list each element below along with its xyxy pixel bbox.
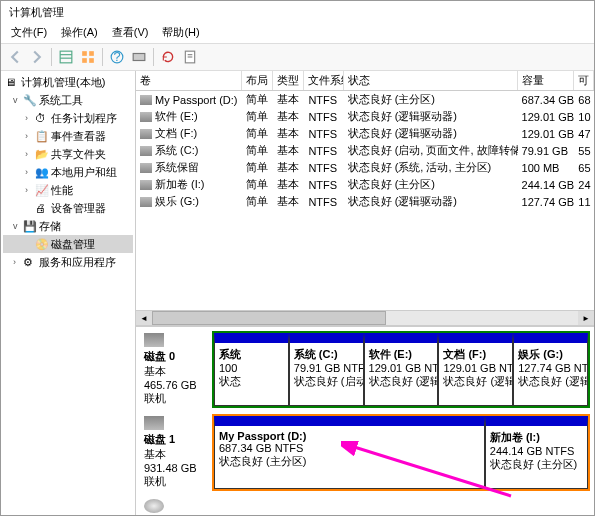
svg-rect-5 xyxy=(82,51,87,56)
toolbar: ? xyxy=(1,43,594,71)
computer-icon: 🖥 xyxy=(5,76,19,88)
svg-text:?: ? xyxy=(113,50,120,64)
menubar: 文件(F) 操作(A) 查看(V) 帮助(H) xyxy=(1,23,594,43)
table-row[interactable]: 系统保留简单基本NTFS状态良好 (系统, 活动, 主分区)100 MB65 xyxy=(136,159,594,176)
hdd-icon xyxy=(144,416,164,430)
menu-view[interactable]: 查看(V) xyxy=(106,23,155,43)
cd-icon xyxy=(144,499,164,513)
svg-rect-8 xyxy=(89,58,94,63)
disk-1-partitions: My Passport (D:)687.34 GB NTFS状态良好 (主分区)… xyxy=(212,414,590,491)
window-title: 计算机管理 xyxy=(9,5,64,20)
view-list-icon[interactable] xyxy=(56,47,76,67)
partition[interactable]: 软件 (E:)129.01 GB NT状态良好 (逻辑 xyxy=(364,333,439,406)
disk-0-partitions: 系统100状态系统 (C:)79.91 GB NTF状态良好 (启动软件 (E:… xyxy=(212,331,590,408)
volume-list: My Passport (D:)简单基本NTFS状态良好 (主分区)687.34… xyxy=(136,91,594,210)
users-icon: 👥 xyxy=(35,166,49,179)
perf-icon: 📈 xyxy=(35,184,49,197)
col-capacity[interactable]: 容量 xyxy=(518,71,575,90)
svg-rect-11 xyxy=(133,54,145,61)
forward-icon[interactable] xyxy=(27,47,47,67)
tree-shared[interactable]: ›📂共享文件夹 xyxy=(3,145,133,163)
disk-1-row[interactable]: 磁盘 1 基本 931.48 GB 联机 My Passport (D:)687… xyxy=(140,414,590,491)
tree-users[interactable]: ›👥本地用户和组 xyxy=(3,163,133,181)
content-pane: 卷 布局 类型 文件系统 状态 容量 可 My Passport (D:)简单基… xyxy=(136,71,594,515)
nav-tree: 🖥计算机管理(本地) v🔧系统工具 ›⏱任务计划程序 ›📋事件查看器 ›📂共享文… xyxy=(1,71,136,515)
tree-events[interactable]: ›📋事件查看器 xyxy=(3,127,133,145)
tree-root[interactable]: 🖥计算机管理(本地) xyxy=(3,73,133,91)
table-row[interactable]: 系统 (C:)简单基本NTFS状态良好 (启动, 页面文件, 故障转储, 主分区… xyxy=(136,142,594,159)
partition[interactable]: My Passport (D:)687.34 GB NTFS状态良好 (主分区) xyxy=(214,416,485,489)
tree-diskmgr[interactable]: 📀磁盘管理 xyxy=(3,235,133,253)
menu-action[interactable]: 操作(A) xyxy=(55,23,104,43)
col-fs[interactable]: 文件系统 xyxy=(304,71,343,90)
folder-icon: 📂 xyxy=(35,148,49,161)
disk-0-row[interactable]: 磁盘 0 基本 465.76 GB 联机 系统100状态系统 (C:)79.91… xyxy=(140,331,590,408)
props-icon[interactable] xyxy=(180,47,200,67)
tree-devmgr[interactable]: 🖨设备管理器 xyxy=(3,199,133,217)
partition[interactable]: 娱乐 (G:)127.74 GB NT状态良好 (逻辑 xyxy=(513,333,588,406)
partition[interactable]: 系统100状态 xyxy=(214,333,289,406)
tree-storage[interactable]: v💾存储 xyxy=(3,217,133,235)
col-status[interactable]: 状态 xyxy=(344,71,518,90)
back-icon[interactable] xyxy=(5,47,25,67)
view-detail-icon[interactable] xyxy=(78,47,98,67)
refresh-icon[interactable] xyxy=(158,47,178,67)
tree-perf[interactable]: ›📈性能 xyxy=(3,181,133,199)
volume-icon xyxy=(140,112,152,122)
disk-0-info: 磁盘 0 基本 465.76 GB 联机 xyxy=(140,331,212,408)
settings-icon[interactable] xyxy=(129,47,149,67)
col-volume[interactable]: 卷 xyxy=(136,71,242,90)
volume-list-header: 卷 布局 类型 文件系统 状态 容量 可 xyxy=(136,71,594,91)
scroll-left-icon[interactable]: ◄ xyxy=(136,311,152,325)
svg-rect-2 xyxy=(60,51,72,63)
col-layout[interactable]: 布局 xyxy=(242,71,273,90)
table-row[interactable]: 软件 (E:)简单基本NTFS状态良好 (逻辑驱动器)129.01 GB10 xyxy=(136,108,594,125)
disk-graph-pane: 磁盘 0 基本 465.76 GB 联机 系统100状态系统 (C:)79.91… xyxy=(136,326,594,515)
cdrom-row[interactable]: CD-ROM 0 DVD (H:) xyxy=(140,497,590,515)
cdrom-info: CD-ROM 0 DVD (H:) xyxy=(140,497,212,515)
tree-scheduler[interactable]: ›⏱任务计划程序 xyxy=(3,109,133,127)
volume-icon xyxy=(140,163,152,173)
tools-icon: 🔧 xyxy=(23,94,37,107)
log-icon: 📋 xyxy=(35,130,49,143)
disk-icon: 📀 xyxy=(35,238,49,251)
volume-icon xyxy=(140,95,152,105)
services-icon: ⚙ xyxy=(23,256,37,269)
volume-icon xyxy=(140,180,152,190)
horizontal-scrollbar[interactable]: ◄ ► xyxy=(136,310,594,326)
storage-icon: 💾 xyxy=(23,220,37,233)
table-row[interactable]: 文档 (F:)简单基本NTFS状态良好 (逻辑驱动器)129.01 GB47 xyxy=(136,125,594,142)
table-row[interactable]: 娱乐 (G:)简单基本NTFS状态良好 (逻辑驱动器)127.74 GB11 xyxy=(136,193,594,210)
volume-icon xyxy=(140,197,152,207)
tree-services[interactable]: ›⚙服务和应用程序 xyxy=(3,253,133,271)
svg-rect-6 xyxy=(89,51,94,56)
device-icon: 🖨 xyxy=(35,202,49,214)
menu-file[interactable]: 文件(F) xyxy=(5,23,53,43)
clock-icon: ⏱ xyxy=(35,112,49,124)
partition[interactable]: 新加卷 (I:)244.14 GB NTFS状态良好 (主分区) xyxy=(485,416,588,489)
col-free[interactable]: 可 xyxy=(574,71,594,90)
disk-1-info: 磁盘 1 基本 931.48 GB 联机 xyxy=(140,414,212,491)
svg-rect-7 xyxy=(82,58,87,63)
table-row[interactable]: My Passport (D:)简单基本NTFS状态良好 (主分区)687.34… xyxy=(136,91,594,108)
col-type[interactable]: 类型 xyxy=(273,71,304,90)
tree-systools[interactable]: v🔧系统工具 xyxy=(3,91,133,109)
window-titlebar: 计算机管理 xyxy=(1,1,594,23)
partition[interactable]: 文档 (F:)129.01 GB NT状态良好 (逻辑 xyxy=(438,333,513,406)
hdd-icon xyxy=(144,333,164,347)
help-icon[interactable]: ? xyxy=(107,47,127,67)
scroll-right-icon[interactable]: ► xyxy=(578,311,594,325)
table-row[interactable]: 新加卷 (I:)简单基本NTFS状态良好 (主分区)244.14 GB24 xyxy=(136,176,594,193)
scroll-thumb[interactable] xyxy=(152,311,386,325)
menu-help[interactable]: 帮助(H) xyxy=(156,23,205,43)
volume-icon xyxy=(140,146,152,156)
partition[interactable]: 系统 (C:)79.91 GB NTF状态良好 (启动 xyxy=(289,333,364,406)
volume-icon xyxy=(140,129,152,139)
